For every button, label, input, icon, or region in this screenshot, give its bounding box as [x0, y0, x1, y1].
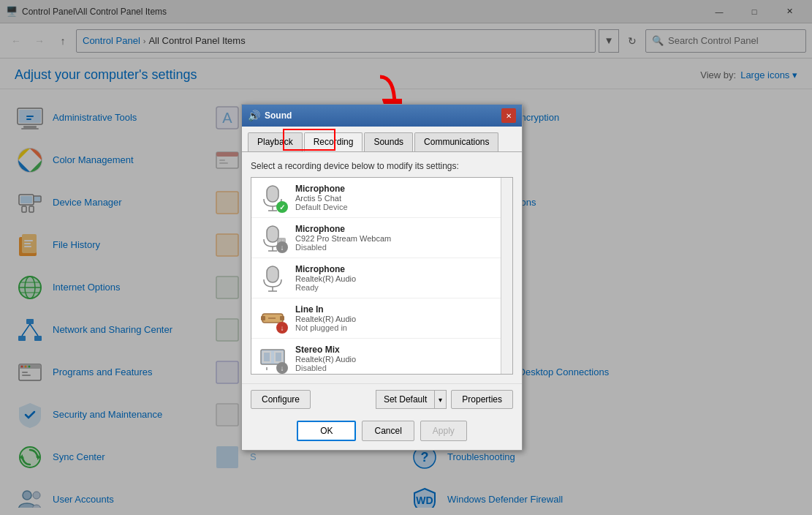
device-name-4: Stereo Mix: [295, 345, 506, 355]
device-item-2[interactable]: Microphone Realtek(R) Audio Ready: [251, 258, 512, 298]
dialog-title-icon: 🔊: [248, 110, 260, 121]
properties-button[interactable]: Properties: [451, 390, 513, 409]
device-icon-wrap-3: ↓: [257, 303, 288, 334]
dialog-title-bar: 🔊 Sound ✕: [242, 105, 522, 127]
device-list-scrollbar[interactable]: [501, 178, 512, 374]
ok-button[interactable]: OK: [297, 421, 356, 441]
svg-rect-87: [267, 226, 278, 242]
set-default-split: Set Default ▾: [376, 390, 447, 409]
set-default-button[interactable]: Set Default: [376, 390, 434, 409]
device-info-0: Microphone Arctis 5 Chat Default Device: [295, 184, 506, 211]
svg-rect-84: [267, 186, 278, 202]
dialog-tabs: Playback Recording Sounds Communications: [242, 127, 522, 152]
dialog-instruction: Select a recording device below to modif…: [251, 161, 513, 171]
device-item-0[interactable]: ✓ Microphone Arctis 5 Chat Default Devic…: [251, 178, 512, 218]
microphone-icon-2: [258, 263, 287, 293]
device-item-1[interactable]: ↓ Microphone C922 Pro Stream Webcam Disa…: [251, 218, 512, 258]
badge-1: ↓: [276, 241, 288, 253]
device-info-1: Microphone C922 Pro Stream Webcam Disabl…: [295, 224, 506, 252]
tab-playback[interactable]: Playback: [248, 132, 303, 151]
device-icon-wrap-0: ✓: [257, 182, 288, 213]
device-status-4: Disabled: [295, 364, 506, 372]
sound-dialog: 🔊 Sound ✕ Playback Recording Sounds Comm…: [241, 104, 523, 451]
tab-recording[interactable]: Recording: [304, 132, 363, 151]
device-item-4[interactable]: ↓ Stereo Mix Realtek(R) Audio Disabled: [251, 339, 512, 375]
svg-rect-92: [267, 266, 278, 282]
device-icon-wrap-1: ↓: [257, 222, 288, 253]
device-sub-0: Arctis 5 Chat: [295, 194, 506, 203]
badge-3: ↓: [276, 322, 288, 334]
svg-rect-102: [264, 353, 270, 361]
badge-0: ✓: [276, 201, 288, 213]
device-name-2: Microphone: [295, 264, 506, 274]
badge-4: ↓: [276, 362, 288, 374]
apply-button[interactable]: Apply: [420, 421, 467, 441]
set-default-dropdown[interactable]: ▾: [434, 390, 447, 409]
dialog-body: Select a recording device below to modif…: [242, 152, 522, 383]
svg-rect-96: [280, 316, 284, 320]
tab-communications[interactable]: Communications: [414, 132, 498, 151]
device-sub-1: C922 Pro Stream Webcam: [295, 234, 506, 243]
device-list: ✓ Microphone Arctis 5 Chat Default Devic…: [251, 177, 513, 375]
device-status-1: Disabled: [295, 243, 506, 252]
device-status-0: Default Device: [295, 203, 506, 211]
tab-sounds[interactable]: Sounds: [364, 132, 413, 151]
svg-rect-97: [261, 316, 265, 320]
device-info-3: Line In Realtek(R) Audio Not plugged in: [295, 304, 506, 332]
device-name-1: Microphone: [295, 224, 506, 234]
dialog-action-buttons: Configure Set Default ▾ Properties: [242, 383, 522, 415]
cancel-button[interactable]: Cancel: [362, 421, 414, 441]
device-status-2: Ready: [295, 283, 506, 292]
device-icon-wrap-4: ↓: [257, 343, 288, 374]
dialog-ok-row: OK Cancel Apply: [242, 415, 522, 450]
dialog-close-button[interactable]: ✕: [501, 108, 516, 123]
device-status-3: Not plugged in: [295, 323, 506, 332]
device-item-3[interactable]: ↓ Line In Realtek(R) Audio Not plugged i…: [251, 298, 512, 339]
device-name-3: Line In: [295, 304, 506, 315]
device-sub-2: Realtek(R) Audio: [295, 274, 506, 283]
device-sub-4: Realtek(R) Audio: [295, 355, 506, 364]
configure-button[interactable]: Configure: [251, 390, 311, 409]
device-name-0: Microphone: [295, 184, 506, 194]
svg-rect-103: [276, 353, 281, 361]
device-sub-3: Realtek(R) Audio: [295, 315, 506, 323]
device-icon-wrap-2: [257, 263, 288, 293]
device-info-4: Stereo Mix Realtek(R) Audio Disabled: [295, 345, 506, 372]
device-info-2: Microphone Realtek(R) Audio Ready: [295, 264, 506, 292]
dialog-title-text: Sound: [265, 110, 497, 121]
